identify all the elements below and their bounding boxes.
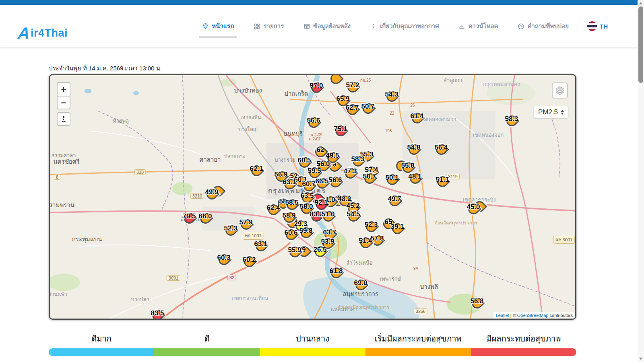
legend-color-segment (260, 348, 365, 356)
nav-item-label: ข้อมูลย้อนหลัง (313, 21, 351, 31)
station-marker[interactable]: 54.5 (346, 210, 361, 227)
marker-value: 83.5 (151, 309, 164, 317)
station-marker[interactable]: 63.1 (282, 177, 297, 195)
station-marker[interactable]: 75.1 (333, 124, 348, 142)
station-marker[interactable]: 50.7 (361, 102, 375, 119)
marker-value: 53.9 (321, 238, 334, 246)
air4thai-logo[interactable]: A ir4Thai (18, 25, 68, 41)
station-marker[interactable]: 55.9 (287, 245, 302, 263)
pin-icon (202, 23, 209, 30)
attribution-separator: | © (509, 313, 517, 318)
air-quality-map[interactable]: บางบัวทองปากเกร็ดนนทบุรีศาลายาสามพรานกระ… (49, 74, 576, 320)
station-marker[interactable]: 51.1 (435, 175, 450, 193)
nav-item-download[interactable]: ดาวน์โหลด (458, 18, 499, 34)
scroll-down-arrow-icon[interactable] (639, 358, 642, 360)
nav-item-faq[interactable]: คำถามที่พบบ่อย (517, 18, 570, 34)
station-marker[interactable]: 61.8 (329, 266, 343, 284)
station-marker[interactable]: 52.3 (223, 224, 238, 241)
marker-value: 54.5 (347, 210, 360, 218)
marker-value: 79.5 (182, 212, 196, 220)
station-marker[interactable]: 58.3 (504, 114, 519, 132)
zoom-out-button[interactable]: − (58, 96, 70, 109)
station-marker[interactable]: 56.6 (306, 116, 321, 134)
layers-button[interactable] (552, 82, 568, 99)
marker-value: 60.2 (242, 256, 256, 264)
legend-label: เริ่มมีผลกระทบต่อสุขภาพ (365, 332, 471, 345)
nav-item-list[interactable]: รายการ (253, 18, 285, 34)
marker-value: 49.9 (205, 188, 218, 196)
station-marker[interactable]: 48.1 (408, 172, 422, 189)
station-marker[interactable]: 62.1 (249, 164, 264, 182)
station-marker[interactable]: 49.7 (387, 194, 402, 212)
station-marker[interactable]: 56.6 (328, 175, 343, 193)
marker-value: 51.1 (436, 176, 449, 184)
marker-value: 56.4 (434, 144, 448, 152)
station-marker[interactable]: 60.6 (284, 228, 298, 246)
top-accent-bar (0, 0, 638, 5)
station-marker[interactable]: 57.9 (239, 218, 253, 235)
page-scrollbar[interactable] (638, 0, 644, 362)
station-marker[interactable]: 66.0 (198, 212, 213, 229)
legend-label: ดีมาก (49, 332, 154, 345)
station-marker[interactable] (328, 74, 343, 90)
station-marker[interactable]: 39.1 (390, 222, 405, 240)
marker-value: 63.1 (283, 178, 296, 186)
marker-value: 97.0 (310, 82, 323, 90)
marker-value: 9 (302, 246, 305, 254)
station-marker[interactable]: 50.1 (385, 173, 399, 191)
pollutant-select[interactable]: PM2.5 (533, 106, 569, 118)
osm-link[interactable]: OpenStreetMap (517, 313, 549, 318)
logo-text: ir4Thai (31, 27, 68, 39)
scroll-up-arrow-icon[interactable] (639, 2, 642, 4)
marker-value: 69.0 (354, 279, 367, 287)
station-marker[interactable]: 97.0 (309, 81, 324, 99)
nav-item-home[interactable]: หน้าแรก (201, 18, 235, 34)
zoom-control: + − (57, 82, 70, 109)
zoom-in-button[interactable]: + (58, 83, 70, 96)
station-marker[interactable]: 83.5 (150, 309, 165, 320)
station-marker[interactable]: 60.3 (217, 253, 231, 271)
marker-value: 65.9 (336, 95, 349, 103)
marker-value: 66.5 (315, 177, 328, 185)
station-marker[interactable]: 51.0 (321, 210, 335, 227)
marker-value: 62.7 (345, 104, 359, 112)
grid-icon (254, 23, 261, 30)
station-marker[interactable]: 54.8 (407, 143, 421, 160)
locate-me-button[interactable] (57, 112, 70, 126)
station-marker[interactable]: 61.4 (410, 111, 424, 129)
info-icon (370, 23, 377, 30)
station-marker[interactable]: 54.3 (384, 90, 399, 107)
station-marker[interactable]: 45.0 (466, 202, 481, 220)
station-marker[interactable]: 56.4 (434, 143, 448, 160)
station-marker[interactable]: 79.5 (182, 212, 196, 229)
station-marker[interactable]: 50.7 (362, 172, 377, 189)
attribution-suffix: contributors (548, 313, 573, 318)
station-marker[interactable]: 26.5 (313, 245, 327, 263)
station-marker[interactable]: 66.5 (315, 177, 329, 194)
language-switch[interactable]: TH (587, 21, 608, 31)
station-marker[interactable]: 62.7 (345, 103, 359, 121)
station-marker[interactable]: 60.2 (242, 255, 256, 273)
station-marker[interactable]: 49.9 (204, 187, 219, 205)
station-marker[interactable]: 63.1 (254, 239, 268, 257)
marker-value: 45.0 (466, 203, 480, 211)
station-marker[interactable]: 51.4 (358, 236, 373, 254)
nav-item-label: ดาวน์โหลด (469, 21, 498, 31)
marker-value: 50.7 (361, 103, 374, 111)
nav-item-about[interactable]: เกี่ยวกับคุณภาพอากาศ (369, 18, 440, 34)
station-marker[interactable]: 69.0 (353, 278, 368, 296)
marker-value: 62.1 (250, 165, 263, 173)
scrollbar-thumb[interactable] (638, 6, 643, 83)
leaflet-link[interactable]: Leaflet (496, 313, 509, 318)
station-marker[interactable]: 47.3 (343, 167, 357, 184)
station-marker[interactable]: 56.8 (470, 296, 484, 314)
station-marker[interactable]: 62.4 (266, 203, 281, 221)
marker-value: 58.3 (505, 115, 518, 123)
marker-value: 66.0 (198, 212, 212, 220)
station-marker[interactable]: 59.8 (299, 226, 313, 244)
nav-item-history[interactable]: ข้อมูลย้อนหลัง (302, 18, 351, 34)
marker-value: 58.9 (282, 212, 295, 220)
marker-pin-icon (328, 74, 343, 86)
marker-value: 59.8 (299, 227, 312, 235)
main-nav: หน้าแรกรายการข้อมูลย้อนหลังเกี่ยวกับคุณภ… (201, 5, 608, 47)
